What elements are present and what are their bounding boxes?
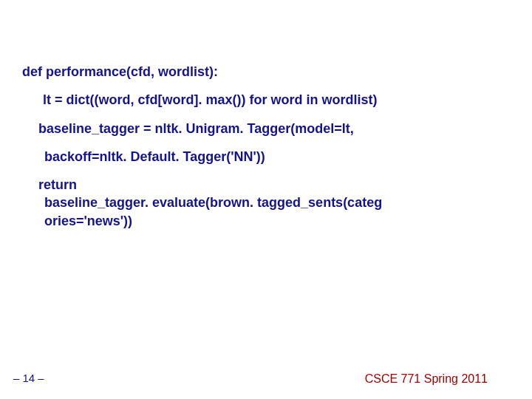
code-block: def performance(cfd, wordlist): lt = dic… — [22, 63, 510, 230]
code-line-def: def performance(cfd, wordlist): — [22, 63, 510, 81]
code-line-return2: baseline_tagger. evaluate(brown. tagged_… — [44, 194, 510, 211]
code-block-baseline: baseline_tagger = nltk. Unigram. Tagger(… — [22, 120, 510, 166]
code-line-lt: lt = dict((word, cfd[word]. max()) for w… — [43, 91, 510, 109]
code-line-baseline1: baseline_tagger = nltk. Unigram. Tagger(… — [38, 120, 510, 137]
code-line-return1: return — [38, 176, 510, 194]
code-line-return3: ories='news')) — [44, 212, 510, 230]
page-number: – 14 – — [13, 372, 44, 384]
code-line-baseline2: backoff=nltk. Default. Tagger('NN')) — [44, 148, 510, 166]
slide-content: def performance(cfd, wordlist): lt = dic… — [0, 0, 532, 399]
footer-course-label: CSCE 771 Spring 2011 — [365, 372, 488, 386]
code-block-return: return baseline_tagger. evaluate(brown. … — [22, 176, 510, 230]
